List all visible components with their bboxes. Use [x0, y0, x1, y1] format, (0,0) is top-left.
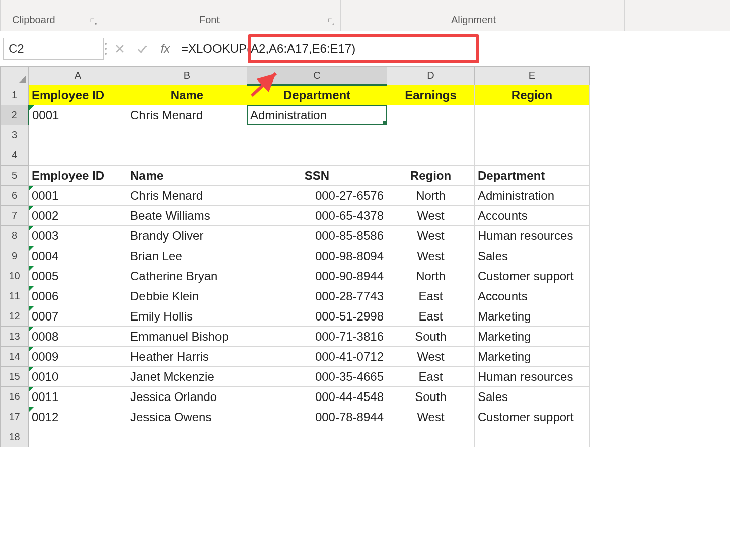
row-header[interactable]: 3: [1, 125, 29, 145]
cell-B7[interactable]: Beate Williams: [127, 206, 247, 226]
insert-function-button[interactable]: fx: [153, 42, 177, 56]
cell-B4[interactable]: [127, 145, 247, 166]
cell-E17[interactable]: Customer support: [475, 407, 590, 427]
clipboard-dialog-launcher-icon[interactable]: [90, 18, 97, 25]
col-header-E[interactable]: E: [475, 67, 590, 85]
cell-D1[interactable]: Earnings: [387, 85, 475, 105]
col-header-A[interactable]: A: [29, 67, 127, 85]
cell-E15[interactable]: Human resources: [475, 367, 590, 387]
cell-E5[interactable]: Department: [475, 166, 590, 186]
cell-A17[interactable]: 0012: [29, 407, 127, 427]
name-box[interactable]: [3, 38, 104, 60]
cell-D10[interactable]: North: [387, 266, 475, 286]
cell-C18[interactable]: [247, 427, 387, 447]
col-header-C[interactable]: C: [247, 67, 387, 85]
row-header[interactable]: 4: [1, 145, 29, 166]
cell-B15[interactable]: Janet Mckenzie: [127, 367, 247, 387]
cell-E10[interactable]: Customer support: [475, 266, 590, 286]
row-header[interactable]: 11: [1, 286, 29, 306]
cell-A5[interactable]: Employee ID: [29, 166, 127, 186]
cell-E1[interactable]: Region: [475, 85, 590, 105]
cell-B8[interactable]: Brandy Oliver: [127, 226, 247, 246]
cell-E11[interactable]: Accounts: [475, 286, 590, 306]
cell-B9[interactable]: Brian Lee: [127, 246, 247, 266]
cell-C9[interactable]: 000-98-8094: [247, 246, 387, 266]
row-header[interactable]: 13: [1, 327, 29, 347]
cell-E9[interactable]: Sales: [475, 246, 590, 266]
cell-E18[interactable]: [475, 427, 590, 447]
cell-C4[interactable]: [247, 145, 387, 166]
cell-A18[interactable]: [29, 427, 127, 447]
cell-D2[interactable]: [387, 105, 475, 125]
cell-A1[interactable]: Employee ID: [29, 85, 127, 105]
cell-B3[interactable]: [127, 125, 247, 145]
cell-C2[interactable]: Administration: [247, 105, 387, 125]
cell-E2[interactable]: [475, 105, 590, 125]
row-header[interactable]: 2: [1, 105, 29, 125]
row-header[interactable]: 18: [1, 427, 29, 447]
cell-B10[interactable]: Catherine Bryan: [127, 266, 247, 286]
cell-C6[interactable]: 000-27-6576: [247, 186, 387, 206]
col-header-D[interactable]: D: [387, 67, 475, 85]
col-header-B[interactable]: B: [127, 67, 247, 85]
cell-C7[interactable]: 000-65-4378: [247, 206, 387, 226]
cell-A12[interactable]: 0007: [29, 306, 127, 327]
cell-A4[interactable]: [29, 145, 127, 166]
cell-D7[interactable]: West: [387, 206, 475, 226]
cell-D9[interactable]: West: [387, 246, 475, 266]
cell-C11[interactable]: 000-28-7743: [247, 286, 387, 306]
cell-E13[interactable]: Marketing: [475, 327, 590, 347]
row-header[interactable]: 7: [1, 206, 29, 226]
cell-B6[interactable]: Chris Menard: [127, 186, 247, 206]
cell-D3[interactable]: [387, 125, 475, 145]
cell-C14[interactable]: 000-41-0712: [247, 347, 387, 367]
cell-C12[interactable]: 000-51-2998: [247, 306, 387, 327]
formula-input[interactable]: [177, 41, 730, 56]
cell-E12[interactable]: Marketing: [475, 306, 590, 327]
cell-A10[interactable]: 0005: [29, 266, 127, 286]
cell-A13[interactable]: 0008: [29, 327, 127, 347]
cell-A2[interactable]: 0001: [29, 105, 127, 125]
cell-D12[interactable]: East: [387, 306, 475, 327]
cell-C5[interactable]: SSN: [247, 166, 387, 186]
row-header[interactable]: 6: [1, 186, 29, 206]
cell-D18[interactable]: [387, 427, 475, 447]
cell-B11[interactable]: Debbie Klein: [127, 286, 247, 306]
cell-E3[interactable]: [475, 125, 590, 145]
cell-D15[interactable]: East: [387, 367, 475, 387]
row-header[interactable]: 12: [1, 306, 29, 327]
cell-A8[interactable]: 0003: [29, 226, 127, 246]
cell-C10[interactable]: 000-90-8944: [247, 266, 387, 286]
cell-E6[interactable]: Administration: [475, 186, 590, 206]
cell-B14[interactable]: Heather Harris: [127, 347, 247, 367]
cell-D13[interactable]: South: [387, 327, 475, 347]
cell-D14[interactable]: West: [387, 347, 475, 367]
cell-C1[interactable]: Department: [247, 85, 387, 105]
cell-C16[interactable]: 000-44-4548: [247, 387, 387, 407]
row-header[interactable]: 9: [1, 246, 29, 266]
cell-D4[interactable]: [387, 145, 475, 166]
cell-A15[interactable]: 0010: [29, 367, 127, 387]
cell-E7[interactable]: Accounts: [475, 206, 590, 226]
cell-D5[interactable]: Region: [387, 166, 475, 186]
row-header[interactable]: 8: [1, 226, 29, 246]
cell-A7[interactable]: 0002: [29, 206, 127, 226]
cell-A6[interactable]: 0001: [29, 186, 127, 206]
row-header[interactable]: 17: [1, 407, 29, 427]
cell-C13[interactable]: 000-71-3816: [247, 327, 387, 347]
row-header[interactable]: 1: [1, 85, 29, 105]
cell-B5[interactable]: Name: [127, 166, 247, 186]
cell-B2[interactable]: Chris Menard: [127, 105, 247, 125]
cell-C8[interactable]: 000-85-8586: [247, 226, 387, 246]
cell-B13[interactable]: Emmanuel Bishop: [127, 327, 247, 347]
cell-D8[interactable]: West: [387, 226, 475, 246]
row-header[interactable]: 10: [1, 266, 29, 286]
cell-D17[interactable]: West: [387, 407, 475, 427]
cell-A14[interactable]: 0009: [29, 347, 127, 367]
font-dialog-launcher-icon[interactable]: [327, 18, 334, 25]
cell-B12[interactable]: Emily Hollis: [127, 306, 247, 327]
cell-E8[interactable]: Human resources: [475, 226, 590, 246]
cell-D6[interactable]: North: [387, 186, 475, 206]
cell-B16[interactable]: Jessica Orlando: [127, 387, 247, 407]
cell-C15[interactable]: 000-35-4665: [247, 367, 387, 387]
